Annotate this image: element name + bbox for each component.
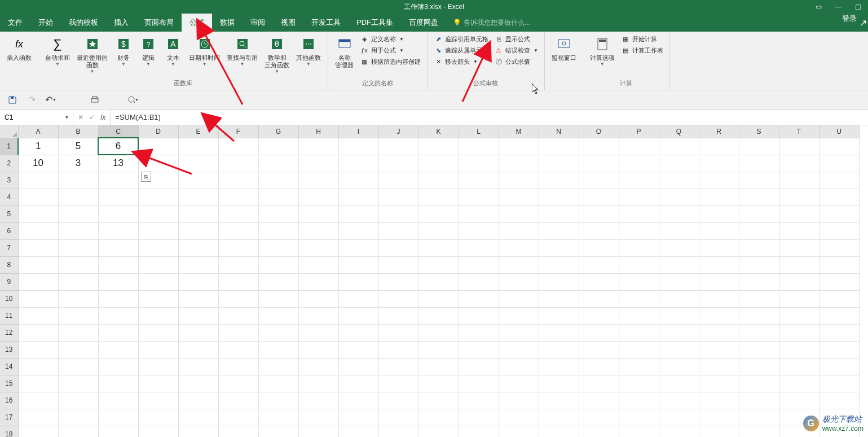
cell-G1[interactable]	[258, 138, 298, 155]
cell-U6[interactable]	[819, 222, 859, 239]
cell-C16[interactable]	[98, 392, 138, 409]
cell-C2[interactable]: 13	[98, 155, 138, 172]
cell-K2[interactable]	[418, 155, 459, 172]
cell-P17[interactable]	[619, 409, 659, 426]
cell-M6[interactable]	[499, 222, 539, 239]
tab-pdf-tools[interactable]: PDF工具集	[349, 14, 401, 32]
cell-A13[interactable]	[18, 341, 58, 358]
cell-F4[interactable]	[218, 189, 258, 206]
cell-U10[interactable]	[819, 290, 859, 307]
cell-N4[interactable]	[539, 189, 579, 206]
cell-S15[interactable]	[739, 375, 779, 392]
cell-L8[interactable]	[459, 256, 499, 273]
cell-F7[interactable]	[218, 239, 258, 256]
cell-E7[interactable]	[178, 239, 218, 256]
cell-F17[interactable]	[218, 409, 258, 426]
cell-O2[interactable]	[579, 155, 619, 172]
cell-O17[interactable]	[579, 409, 619, 426]
cell-Q16[interactable]	[659, 392, 699, 409]
column-header-P[interactable]: P	[619, 125, 659, 138]
cell-H3[interactable]	[298, 172, 338, 189]
cell-R12[interactable]	[699, 324, 739, 341]
cell-H1[interactable]	[298, 138, 338, 155]
cell-S8[interactable]	[739, 256, 779, 273]
column-header-G[interactable]: G	[258, 125, 298, 138]
cell-T12[interactable]	[779, 324, 819, 341]
text-button[interactable]: A 文本 ▼	[162, 34, 184, 75]
cell-B11[interactable]	[58, 307, 98, 324]
cell-B9[interactable]	[58, 273, 98, 290]
insert-function-button[interactable]: fx 插入函数	[5, 34, 34, 63]
recently-used-button[interactable]: 最近使用的 函数 ▼	[74, 34, 110, 75]
cell-U12[interactable]	[819, 324, 859, 341]
cell-A16[interactable]	[18, 392, 58, 409]
cell-C15[interactable]	[98, 375, 138, 392]
cell-I7[interactable]	[338, 239, 378, 256]
cell-S5[interactable]	[739, 206, 779, 222]
cell-P11[interactable]	[619, 307, 659, 324]
cell-R18[interactable]	[699, 426, 739, 437]
column-header-D[interactable]: D	[138, 125, 178, 138]
cell-H11[interactable]	[298, 307, 338, 324]
column-header-H[interactable]: H	[298, 125, 338, 138]
cell-U7[interactable]	[819, 239, 859, 256]
cell-H8[interactable]	[298, 256, 338, 273]
cell-H6[interactable]	[298, 222, 338, 239]
row-header-18[interactable]: 18	[0, 426, 18, 437]
error-checking-button[interactable]: ⚠错误检查▼	[492, 45, 540, 55]
tab-data[interactable]: 数据	[212, 14, 243, 32]
enter-formula-button[interactable]: ✓	[89, 113, 95, 121]
cell-R13[interactable]	[699, 341, 739, 358]
cell-H4[interactable]	[298, 189, 338, 206]
cell-K12[interactable]	[418, 324, 459, 341]
cell-E15[interactable]	[178, 375, 218, 392]
cell-Q5[interactable]	[659, 206, 699, 222]
cell-P7[interactable]	[619, 239, 659, 256]
cell-G12[interactable]	[258, 324, 298, 341]
cell-E2[interactable]	[178, 155, 218, 172]
cell-I4[interactable]	[338, 189, 378, 206]
cell-B1[interactable]: 5	[58, 138, 98, 155]
row-header-8[interactable]: 8	[0, 256, 18, 273]
cell-S16[interactable]	[739, 392, 779, 409]
use-in-formula-button[interactable]: ƒx用于公式▼	[358, 45, 422, 55]
cell-K10[interactable]	[418, 290, 459, 307]
cell-U4[interactable]	[819, 189, 859, 206]
cell-D14[interactable]	[138, 358, 178, 375]
cell-Q1[interactable]	[659, 138, 699, 155]
cell-H9[interactable]	[298, 273, 338, 290]
more-functions-button[interactable]: ⋯ 其他函数 ▼	[294, 34, 323, 75]
cell-O10[interactable]	[579, 290, 619, 307]
cell-I9[interactable]	[338, 273, 378, 290]
cell-C1[interactable]: 6	[98, 138, 138, 155]
cell-M18[interactable]	[499, 426, 539, 437]
cell-R14[interactable]	[699, 358, 739, 375]
cancel-formula-button[interactable]: ✕	[78, 113, 83, 121]
cell-U3[interactable]	[819, 172, 859, 189]
cell-T2[interactable]	[779, 155, 819, 172]
cell-U1[interactable]	[819, 138, 859, 155]
cell-J13[interactable]	[378, 341, 418, 358]
cell-B14[interactable]	[58, 358, 98, 375]
cell-G11[interactable]	[258, 307, 298, 324]
cell-B3[interactable]	[58, 172, 98, 189]
cell-L12[interactable]	[459, 324, 499, 341]
cell-Q9[interactable]	[659, 273, 699, 290]
define-name-button[interactable]: ◈定义名称▼	[358, 34, 422, 44]
cell-N1[interactable]	[539, 138, 579, 155]
cell-C18[interactable]	[98, 426, 138, 437]
cell-A6[interactable]	[18, 222, 58, 239]
cell-S12[interactable]	[739, 324, 779, 341]
cell-Q15[interactable]	[659, 375, 699, 392]
name-box[interactable]: C1 ▼	[0, 110, 73, 125]
cell-N2[interactable]	[539, 155, 579, 172]
tab-home[interactable]: 开始	[30, 14, 61, 32]
cell-G17[interactable]	[258, 409, 298, 426]
cell-D9[interactable]	[138, 273, 178, 290]
cell-F10[interactable]	[218, 290, 258, 307]
cell-B4[interactable]	[58, 189, 98, 206]
cell-E3[interactable]	[178, 172, 218, 189]
row-header-4[interactable]: 4	[0, 189, 18, 206]
cell-L11[interactable]	[459, 307, 499, 324]
cell-S4[interactable]	[739, 189, 779, 206]
